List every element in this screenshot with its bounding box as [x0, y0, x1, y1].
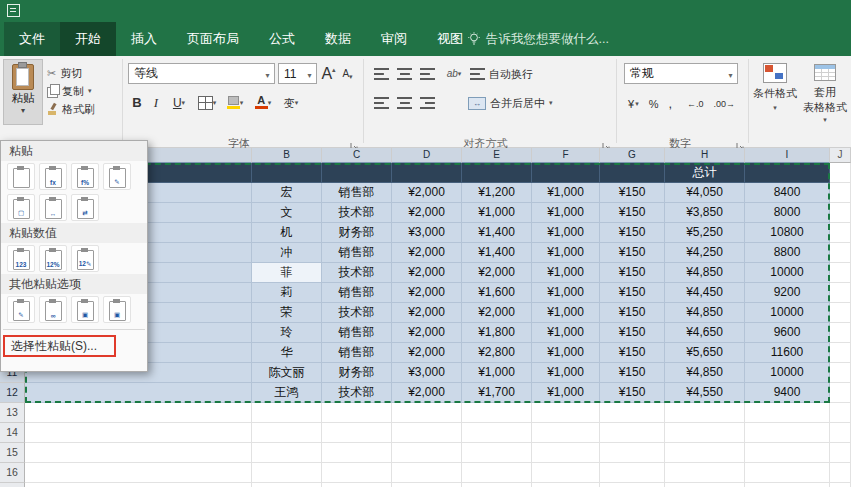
increase-font-size-button[interactable]: A▴	[320, 63, 337, 84]
cell-I8[interactable]: 10000	[745, 303, 830, 323]
cell-J6[interactable]	[830, 263, 851, 283]
cell-B7[interactable]: 莉	[252, 283, 322, 303]
cell-I9[interactable]: 9600	[745, 323, 830, 343]
cell-J14[interactable]	[830, 423, 851, 443]
cell-D13[interactable]	[392, 403, 462, 423]
cell-B16[interactable]	[252, 463, 322, 483]
cell-D12[interactable]: ¥2,000	[392, 383, 462, 403]
cell-G15[interactable]	[600, 443, 665, 463]
cell-C7[interactable]: 销售部	[322, 283, 392, 303]
font-dialog-launcher[interactable]	[350, 137, 360, 147]
chevron-down-icon[interactable]	[303, 67, 316, 81]
paste-option-no-borders[interactable]: ▢	[7, 194, 35, 221]
row-header-14[interactable]: 14	[0, 423, 25, 443]
comma-style-button[interactable]: ,	[664, 93, 676, 114]
paste-option-values[interactable]: 123	[7, 245, 35, 272]
cell-E16[interactable]	[462, 463, 532, 483]
cell-B8[interactable]: 荣	[252, 303, 322, 323]
cell-B10[interactable]: 华	[252, 343, 322, 363]
cell-D5[interactable]: ¥2,000	[392, 243, 462, 263]
cell-E4[interactable]: ¥1,400	[462, 223, 532, 243]
cell-A13[interactable]	[25, 403, 252, 423]
cell-F16[interactable]	[532, 463, 600, 483]
cell-F1[interactable]	[532, 163, 600, 183]
align-top-button[interactable]	[371, 63, 392, 84]
cell-I1[interactable]	[745, 163, 830, 183]
cell-J11[interactable]	[830, 363, 851, 383]
increase-decimal-button[interactable]: ←.0	[683, 96, 708, 112]
cell-F11[interactable]: ¥1,000	[532, 363, 600, 383]
cell-E12[interactable]: ¥1,700	[462, 383, 532, 403]
cell-J4[interactable]	[830, 223, 851, 243]
cell-E3[interactable]: ¥1,000	[462, 203, 532, 223]
bold-button[interactable]: B	[128, 92, 146, 113]
cell-F5[interactable]: ¥1,000	[532, 243, 600, 263]
cell-B4[interactable]: 机	[252, 223, 322, 243]
cell-H12[interactable]: ¥4,550	[665, 383, 745, 403]
cell-H5[interactable]: ¥4,250	[665, 243, 745, 263]
col-header-G[interactable]: G	[600, 148, 665, 163]
cell-H10[interactable]: ¥5,650	[665, 343, 745, 363]
cell-H3[interactable]: ¥3,850	[665, 203, 745, 223]
cell-G6[interactable]: ¥150	[600, 263, 665, 283]
cell-J9[interactable]	[830, 323, 851, 343]
phonetic-guide-button[interactable]: 变▾	[278, 92, 304, 113]
row-header-13[interactable]: 13	[0, 403, 25, 423]
cell-E10[interactable]: ¥2,800	[462, 343, 532, 363]
cell-D8[interactable]: ¥2,000	[392, 303, 462, 323]
cell-F2[interactable]: ¥1,000	[532, 183, 600, 203]
cell-J10[interactable]	[830, 343, 851, 363]
cell-B5[interactable]: 冲	[252, 243, 322, 263]
cell-H11[interactable]: ¥4,850	[665, 363, 745, 383]
cell-B2[interactable]: 宏	[252, 183, 322, 203]
cell-E11[interactable]: ¥1,000	[462, 363, 532, 383]
cell-C11[interactable]: 财务部	[322, 363, 392, 383]
row-header-12[interactable]: 12	[0, 383, 25, 403]
col-header-C[interactable]: C	[322, 148, 392, 163]
cell-D15[interactable]	[392, 443, 462, 463]
merge-center-button[interactable]: ↔ 合并后居中 ▾	[468, 93, 553, 113]
tab-page-layout[interactable]: 页面布局	[172, 22, 254, 56]
cell-H16[interactable]	[665, 463, 745, 483]
cell-C10[interactable]: 销售部	[322, 343, 392, 363]
cell-G11[interactable]: ¥150	[600, 363, 665, 383]
cell-H4[interactable]: ¥5,250	[665, 223, 745, 243]
align-bottom-button[interactable]	[417, 63, 438, 84]
cell-C12[interactable]: 技术部	[322, 383, 392, 403]
paste-button[interactable]: 粘贴 ▾	[3, 59, 43, 125]
cell-I11[interactable]: 10000	[745, 363, 830, 383]
paste-option-linked-picture[interactable]: ▣	[103, 296, 131, 323]
cell-D4[interactable]: ¥3,000	[392, 223, 462, 243]
font-name-combo[interactable]: 等线	[128, 63, 275, 84]
format-painter-button[interactable]: 格式刷	[47, 101, 95, 117]
cell-I13[interactable]	[745, 403, 830, 423]
underline-button[interactable]: U▾	[166, 92, 192, 113]
col-header-I[interactable]: I	[745, 148, 830, 163]
cell-D14[interactable]	[392, 423, 462, 443]
cell-C9[interactable]: 销售部	[322, 323, 392, 343]
cell-C2[interactable]: 销售部	[322, 183, 392, 203]
quick-access-icon[interactable]	[7, 4, 20, 17]
cell-G7[interactable]: ¥150	[600, 283, 665, 303]
percent-style-button[interactable]: %	[645, 95, 663, 113]
cell-F17[interactable]	[532, 483, 600, 487]
cell-A15[interactable]	[25, 443, 252, 463]
cell-H1[interactable]: 总计	[665, 163, 745, 183]
cell-B6[interactable]: 菲	[252, 263, 322, 283]
cell-J13[interactable]	[830, 403, 851, 423]
cell-D9[interactable]: ¥2,000	[392, 323, 462, 343]
cell-J15[interactable]	[830, 443, 851, 463]
cell-G13[interactable]	[600, 403, 665, 423]
cell-G5[interactable]: ¥150	[600, 243, 665, 263]
cell-F8[interactable]: ¥1,000	[532, 303, 600, 323]
cell-B13[interactable]	[252, 403, 322, 423]
paste-dropdown-arrow-icon[interactable]: ▾	[4, 106, 42, 115]
cell-E5[interactable]: ¥1,400	[462, 243, 532, 263]
cell-G14[interactable]	[600, 423, 665, 443]
fill-color-button[interactable]: ▾	[222, 92, 248, 113]
cell-G17[interactable]	[600, 483, 665, 487]
cell-D6[interactable]: ¥2,000	[392, 263, 462, 283]
cell-J1[interactable]	[830, 163, 851, 183]
row-header-16[interactable]: 16	[0, 463, 25, 483]
cell-I16[interactable]	[745, 463, 830, 483]
